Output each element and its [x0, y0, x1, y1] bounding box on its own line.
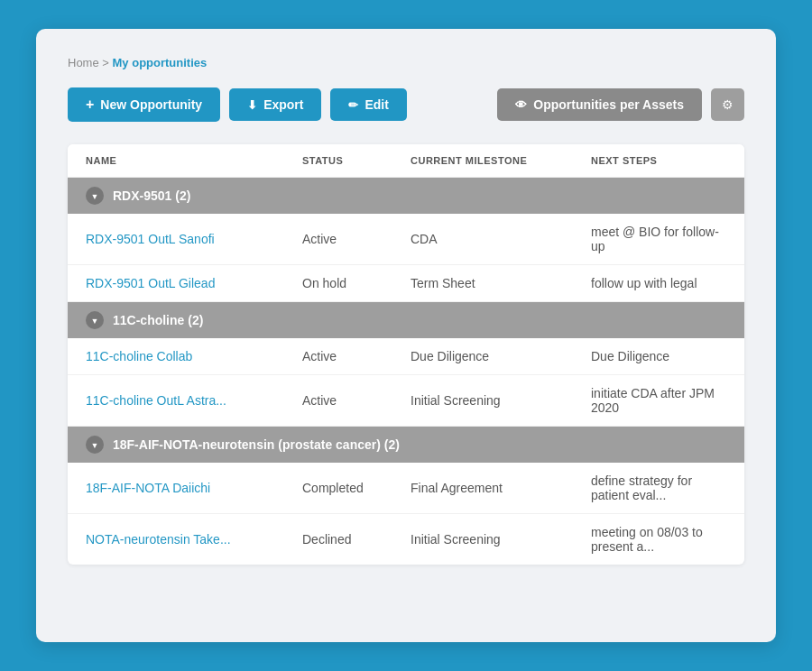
breadcrumb-separator: > [102, 56, 109, 69]
row-status: Active [302, 232, 411, 246]
table-row: RDX-9501 OutL Sanofi Active CDA meet @ B… [68, 214, 744, 265]
eye-icon [515, 97, 527, 112]
edit-button[interactable]: Edit [330, 88, 406, 121]
row-milestone: Term Sheet [411, 276, 591, 290]
row-milestone: Due Diligence [411, 349, 591, 363]
table-row: 18F-AIF-NOTA Daiichi Completed Final Agr… [68, 463, 744, 514]
chevron-icon [86, 187, 104, 205]
group-rdx9501[interactable]: RDX-9501 (2) [68, 178, 744, 214]
row-milestone: CDA [411, 232, 591, 246]
breadcrumb-current: My opportunities [113, 56, 208, 69]
group-18f-aif-nota-title: 18F-AIF-NOTA-neurotensin (prostate cance… [113, 437, 400, 452]
row-link[interactable]: RDX-9501 OutL Sanofi [86, 232, 302, 246]
row-nextsteps: initiate CDA after JPM 2020 [591, 386, 726, 415]
plus-icon [86, 97, 94, 113]
table-header: NAME STATUS CURRENT MILESTONE NEXT STEPS [68, 144, 744, 178]
row-link[interactable]: RDX-9501 OutL Gilead [86, 276, 302, 290]
main-card: Home > My opportunities New Opportunity … [36, 29, 776, 642]
group-11c-choline[interactable]: 11C-choline (2) [68, 302, 744, 338]
row-link[interactable]: NOTA-neurotensin Take... [86, 532, 302, 547]
row-status: On hold [302, 276, 411, 290]
table-row: NOTA-neurotensin Take... Declined Initia… [68, 514, 744, 565]
row-milestone: Initial Screening [411, 532, 591, 547]
row-link[interactable]: 11C-choline Collab [86, 349, 302, 363]
new-opportunity-button[interactable]: New Opportunity [68, 87, 220, 122]
row-nextsteps: Due Diligence [591, 349, 726, 363]
col-nextsteps-header: NEXT STEPS [591, 155, 726, 166]
edit-icon [348, 97, 358, 112]
row-status: Active [302, 349, 411, 363]
export-button[interactable]: Export [229, 88, 321, 121]
group-rdx9501-title: RDX-9501 (2) [113, 188, 190, 203]
table-row: 11C-choline OutL Astra... Active Initial… [68, 375, 744, 427]
row-nextsteps: define strategy for patient eval... [591, 473, 726, 502]
chevron-icon [86, 436, 104, 454]
group-18f-aif-nota[interactable]: 18F-AIF-NOTA-neurotensin (prostate cance… [68, 427, 744, 463]
row-nextsteps: meet @ BIO for follow-up [591, 225, 726, 253]
row-milestone: Initial Screening [411, 393, 591, 408]
col-status-header: STATUS [302, 155, 411, 166]
group-11c-choline-title: 11C-choline (2) [113, 313, 203, 327]
row-link[interactable]: 18F-AIF-NOTA Daiichi [86, 481, 302, 495]
row-nextsteps: meeting on 08/03 to present a... [591, 525, 726, 554]
chevron-icon [86, 311, 104, 329]
breadcrumb: Home > My opportunities [68, 56, 744, 69]
breadcrumb-home: Home [68, 56, 99, 69]
opportunities-per-assets-button[interactable]: Opportunities per Assets [497, 88, 702, 121]
row-link[interactable]: 11C-choline OutL Astra... [86, 393, 302, 408]
settings-button[interactable] [711, 88, 744, 121]
opportunities-table: NAME STATUS CURRENT MILESTONE NEXT STEPS… [68, 144, 744, 565]
table-row: 11C-choline Collab Active Due Diligence … [68, 338, 744, 375]
row-nextsteps: follow up with legal [591, 276, 726, 290]
download-icon [247, 97, 257, 112]
row-milestone: Final Agreement [411, 481, 591, 495]
row-status: Active [302, 393, 411, 408]
row-status: Declined [302, 532, 411, 547]
toolbar: New Opportunity Export Edit Opportunitie… [68, 87, 744, 122]
col-milestone-header: CURRENT MILESTONE [411, 155, 591, 166]
col-name-header: NAME [86, 155, 302, 166]
gear-icon [722, 97, 734, 112]
row-status: Completed [302, 481, 411, 495]
table-row: RDX-9501 OutL Gilead On hold Term Sheet … [68, 265, 744, 302]
